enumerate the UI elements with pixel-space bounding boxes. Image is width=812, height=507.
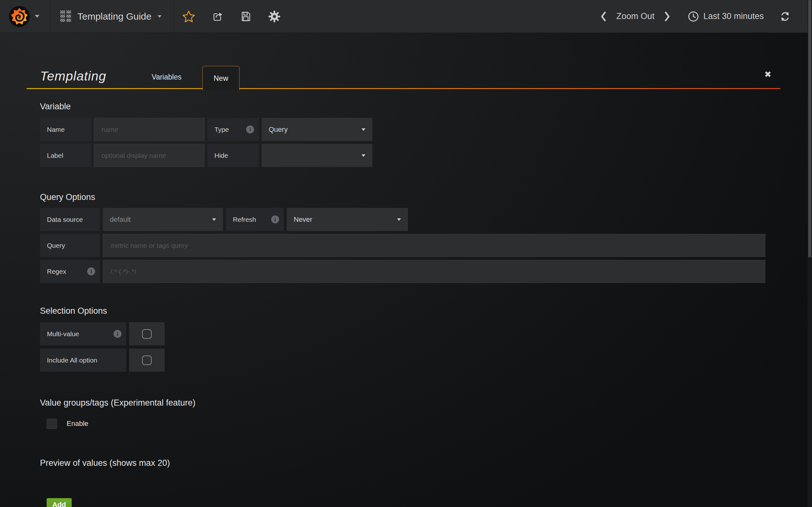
info-icon[interactable]: i (113, 330, 121, 338)
query-row: Query (40, 234, 780, 257)
multi-value-label: Multi-value i (40, 322, 126, 345)
grafana-logo-menu[interactable] (0, 0, 50, 33)
variable-heading: Variable (40, 101, 780, 112)
dashboard-title: Templating Guide (78, 11, 151, 22)
add-button[interactable]: Add (47, 498, 72, 507)
clock-icon[interactable] (687, 10, 700, 23)
selection-options-heading: Selection Options (40, 305, 780, 317)
dashboard-title-menu[interactable]: Templating Guide (50, 0, 174, 33)
top-navbar: Templating Guide (0, 0, 812, 33)
type-select-value: Query (269, 125, 288, 134)
enable-checkbox[interactable] (47, 418, 57, 429)
enable-row: Enable (47, 418, 780, 429)
info-icon[interactable]: i (246, 125, 254, 133)
value-groups-heading: Value groups/tags (Experimental feature) (40, 397, 780, 408)
variable-rows: Name Type i Query Label Hide (27, 118, 780, 167)
include-all-checkbox[interactable] (129, 349, 165, 372)
checkbox-unchecked-icon (142, 329, 152, 339)
preview-heading: Preview of values (shows max 20) (40, 457, 780, 469)
selection-options-rows: Multi-value i Include All option (27, 322, 780, 372)
chevron-down-icon (362, 128, 365, 131)
navbar-time-controls: Zoom Out Last 30 minutes (597, 0, 812, 33)
templating-header: Templating Variables New ✖ (27, 33, 780, 89)
variable-name-row: Name Type i Query (40, 118, 780, 141)
query-label: Query (40, 234, 100, 257)
dashboard-grid-icon (60, 10, 71, 22)
info-icon[interactable]: i (87, 268, 95, 275)
chevron-down-icon (212, 218, 216, 221)
regex-label-text: Regex (47, 268, 66, 275)
include-all-row: Include All option (40, 349, 780, 372)
multi-value-label-text: Multi-value (47, 330, 79, 338)
refresh-icon[interactable] (778, 10, 792, 23)
name-label: Name (40, 118, 91, 141)
regex-label: Regex i (40, 260, 100, 283)
share-button[interactable] (211, 10, 224, 23)
query-options-heading: Query Options (40, 191, 780, 203)
chevron-left-icon[interactable] (597, 10, 610, 23)
regex-row: Regex i (40, 260, 780, 283)
refresh-select[interactable]: Never (287, 208, 408, 231)
info-icon[interactable]: i (271, 216, 279, 223)
time-range-picker[interactable]: Last 30 minutes (703, 11, 764, 21)
name-input[interactable] (94, 118, 205, 141)
multi-value-row: Multi-value i (40, 322, 780, 345)
grafana-logo-icon (8, 5, 31, 27)
navbar-actions (174, 0, 281, 33)
gear-button[interactable] (268, 10, 281, 23)
checkbox-unchecked-icon (142, 355, 152, 365)
star-button[interactable] (182, 10, 195, 23)
refresh-label-text: Refresh (233, 216, 256, 223)
label-input[interactable] (94, 144, 205, 167)
datasource-label: Data source (40, 208, 100, 231)
scrollbar-track (808, 0, 812, 507)
save-button[interactable] (239, 10, 252, 23)
close-icon[interactable]: ✖ (764, 70, 771, 79)
scrollbar-thumb[interactable] (808, 0, 811, 257)
type-select[interactable]: Query (262, 118, 372, 141)
query-input[interactable] (103, 234, 765, 257)
hide-label: Hide (207, 144, 259, 167)
type-label: Type i (207, 118, 259, 141)
chevron-down-icon (158, 15, 161, 18)
chevron-down-icon (362, 154, 365, 157)
datasource-select[interactable]: default (103, 208, 223, 231)
chevron-down-icon (35, 15, 39, 18)
tab-underline (27, 88, 780, 89)
refresh-label: Refresh i (226, 208, 284, 231)
templating-editor: Templating Variables New ✖ Variable Name… (0, 33, 812, 507)
chevron-down-icon (397, 218, 401, 221)
label-label: Label (40, 144, 91, 167)
page-title: Templating (40, 69, 106, 83)
hide-select[interactable] (262, 144, 372, 167)
datasource-row: Data source default Refresh i Never (40, 208, 780, 231)
regex-input[interactable] (103, 260, 765, 283)
variable-label-row: Label Hide (40, 144, 780, 167)
datasource-select-value: default (110, 216, 131, 224)
zoom-out-button[interactable]: Zoom Out (616, 11, 654, 21)
chevron-right-icon[interactable] (661, 10, 674, 23)
query-options-rows: Data source default Refresh i Never Quer… (27, 208, 780, 283)
refresh-select-value: Never (294, 216, 312, 224)
type-label-text: Type (214, 126, 229, 133)
include-all-label: Include All option (40, 349, 126, 372)
multi-value-checkbox[interactable] (129, 322, 165, 345)
enable-label: Enable (67, 419, 89, 428)
tab-variables[interactable]: Variables (152, 73, 182, 81)
tab-new[interactable]: New (202, 66, 240, 90)
